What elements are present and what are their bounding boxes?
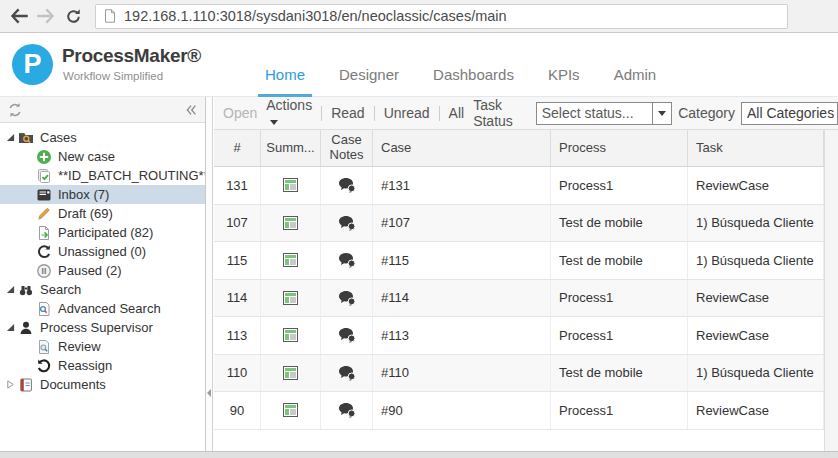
table-row[interactable]: 113#113Process1ReviewCase	[214, 317, 838, 355]
summary-icon[interactable]	[283, 178, 298, 192]
collapse-sidebar-icon[interactable]	[184, 103, 198, 117]
table-row[interactable]: 115#115Test de mobile1) Búsqueda Cliente	[214, 242, 838, 280]
nav-tab-dashboards[interactable]: Dashboards	[426, 66, 521, 97]
nav-tab-admin[interactable]: Admin	[607, 66, 664, 97]
task-status-value: Select status...	[537, 105, 652, 121]
tree-expanded-icon[interactable]	[3, 285, 18, 294]
summary-icon[interactable]	[283, 253, 298, 267]
cell-case[interactable]: #113	[373, 317, 551, 354]
panel-splitter[interactable]	[206, 97, 213, 451]
cell-summary	[261, 167, 321, 204]
sidebar-item-participated[interactable]: Participated (82)	[0, 223, 205, 242]
read-button[interactable]: Read	[331, 105, 364, 121]
sidebar-item-search[interactable]: Search	[0, 280, 205, 299]
case-notes-icon[interactable]	[338, 215, 356, 231]
folder-search-icon	[18, 130, 34, 146]
tree-expanded-icon[interactable]	[3, 133, 18, 142]
sidebar-item-draft[interactable]: Draft (69)	[0, 204, 205, 223]
all-button[interactable]: All	[449, 105, 465, 121]
splitter-collapse-handle[interactable]	[207, 389, 211, 397]
table-row[interactable]: 110#110Test de mobile1) Búsqueda Cliente	[214, 355, 838, 393]
sidebar-item-inbox[interactable]: Inbox (7)	[0, 185, 205, 204]
cell-case-notes	[321, 242, 373, 279]
main-content: Open Actions Read Unread All Task Status…	[214, 97, 838, 451]
sidebar-item-advanced-search[interactable]: Advanced Search	[0, 299, 205, 318]
category-select[interactable]: All Categories	[741, 102, 838, 125]
cell-task: ReviewCase	[688, 167, 824, 204]
cell-case[interactable]: #115	[373, 242, 551, 279]
cases-tree: CasesNew case**ID_BATCH_ROUTING** (0)Inb…	[0, 123, 205, 394]
summary-icon[interactable]	[283, 403, 298, 417]
tree-collapsed-icon[interactable]	[3, 380, 18, 389]
sidebar-item-label: Review	[58, 339, 101, 354]
browser-back-icon[interactable]	[9, 6, 29, 26]
cell-case[interactable]: #90	[373, 392, 551, 429]
nav-tab-kpis[interactable]: KPIs	[541, 66, 587, 97]
case-notes-icon[interactable]	[338, 327, 356, 343]
case-notes-icon[interactable]	[338, 177, 356, 193]
case-notes-icon[interactable]	[338, 290, 356, 306]
category-value: All Categories	[747, 105, 834, 121]
summary-icon[interactable]	[283, 328, 298, 342]
sidebar-item-unassigned[interactable]: Unassigned (0)	[0, 242, 205, 261]
column-header-5[interactable]: Task	[688, 130, 824, 166]
case-notes-icon[interactable]	[338, 252, 356, 268]
table-row[interactable]: 131#131Process1ReviewCase	[214, 167, 838, 205]
sidebar-item-documents[interactable]: Documents	[0, 375, 205, 394]
participated-icon	[36, 225, 52, 241]
table-row[interactable]: 114#114Process1ReviewCase	[214, 280, 838, 318]
sidebar-item-new-case[interactable]: New case	[0, 147, 205, 166]
tree-expanded-icon[interactable]	[3, 323, 18, 332]
nav-tab-home[interactable]: Home	[258, 66, 312, 97]
case-notes-icon[interactable]	[338, 365, 356, 381]
table-row[interactable]: 107#107Test de mobile1) Búsqueda Cliente	[214, 205, 838, 243]
summary-icon[interactable]	[283, 291, 298, 305]
address-bar[interactable]: 192.168.1.110:3018/sysdani3018/en/neocla…	[95, 4, 788, 29]
cases-toolbar: Open Actions Read Unread All Task Status…	[214, 97, 838, 130]
sidebar-item-label: Documents	[40, 377, 106, 392]
unread-button[interactable]: Unread	[384, 105, 430, 121]
cell-case[interactable]: #110	[373, 355, 551, 392]
cell-case[interactable]: #131	[373, 167, 551, 204]
cell-case[interactable]: #114	[373, 280, 551, 317]
reassign-icon	[36, 358, 52, 374]
sidebar-item-process-supervisor[interactable]: Process Supervisor	[0, 318, 205, 337]
cell-case-notes	[321, 392, 373, 429]
task-status-label: Task Status	[473, 97, 530, 129]
main-nav: HomeDesignerDashboardsKPIsAdmin	[258, 34, 683, 97]
column-header-2[interactable]: Case Notes	[321, 130, 373, 166]
summary-icon[interactable]	[283, 216, 298, 230]
status-dropdown-button[interactable]	[652, 103, 671, 124]
column-header-3[interactable]: Case	[373, 130, 551, 166]
column-header-0[interactable]: #	[214, 130, 261, 166]
sidebar-item-cases[interactable]: Cases	[0, 128, 205, 147]
column-header-1[interactable]: Summ...	[261, 130, 321, 166]
task-status-select[interactable]: Select status...	[536, 102, 672, 125]
cell-case[interactable]: #107	[373, 205, 551, 242]
sidebar-item-review[interactable]: Review	[0, 337, 205, 356]
browser-forward-icon[interactable]	[36, 6, 56, 26]
browser-reload-icon[interactable]	[65, 8, 82, 25]
scrollbar-track[interactable]	[824, 130, 838, 451]
cell-process: Process1	[551, 392, 688, 429]
cell-task: 1) Búsqueda Cliente	[688, 355, 824, 392]
cell-case-notes	[321, 355, 373, 392]
cell-task: 1) Búsqueda Cliente	[688, 205, 824, 242]
app-header: P ProcessMaker® Workflow Simplified Home…	[0, 34, 838, 97]
table-row[interactable]: 90#90Process1ReviewCase	[214, 392, 838, 430]
open-button[interactable]: Open	[223, 105, 257, 121]
case-notes-icon[interactable]	[338, 402, 356, 418]
supervisor-icon	[18, 320, 34, 336]
refresh-icon[interactable]	[7, 102, 23, 118]
summary-icon[interactable]	[283, 366, 298, 380]
sidebar-item-paused[interactable]: Paused (2)	[0, 261, 205, 280]
sidebar-item-label: Paused (2)	[58, 263, 122, 278]
cell-task: 1) Búsqueda Cliente	[688, 242, 824, 279]
toolbar-divider	[321, 106, 322, 121]
column-header-4[interactable]: Process	[551, 130, 688, 166]
paused-icon	[36, 263, 52, 279]
actions-button[interactable]: Actions	[266, 97, 312, 129]
sidebar-item-id-batch-routing[interactable]: **ID_BATCH_ROUTING** (0)	[0, 166, 205, 185]
sidebar-item-reassign[interactable]: Reassign	[0, 356, 205, 375]
nav-tab-designer[interactable]: Designer	[332, 66, 406, 97]
